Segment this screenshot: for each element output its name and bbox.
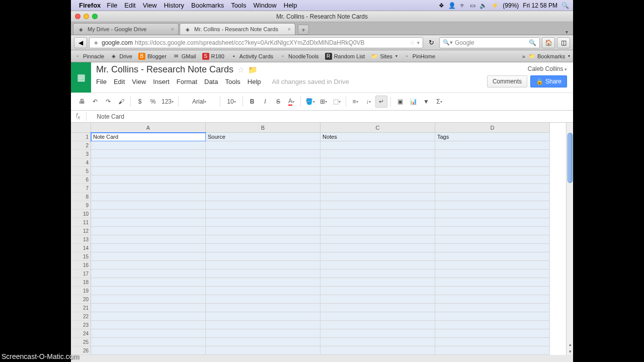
text-color-button[interactable]: A bbox=[285, 96, 297, 108]
cell-D20[interactable] bbox=[435, 295, 550, 304]
cell-A24[interactable] bbox=[91, 329, 206, 338]
volume-icon[interactable]: 🔈 bbox=[479, 2, 487, 9]
row-header[interactable]: 14 bbox=[71, 244, 91, 252]
battery-icon[interactable]: ⚡ bbox=[491, 2, 499, 9]
cell-D12[interactable] bbox=[435, 227, 550, 235]
sheets-menu-file[interactable]: File bbox=[96, 78, 107, 85]
finder-icon[interactable]: 👤 bbox=[448, 2, 456, 9]
row-header[interactable]: 24 bbox=[71, 329, 91, 338]
row-header[interactable]: 2 bbox=[71, 141, 91, 150]
bookmark-sites[interactable]: 📁Sites▾ bbox=[371, 53, 397, 60]
percent-button[interactable]: % bbox=[147, 96, 159, 108]
reload-button[interactable]: ↻ bbox=[425, 37, 437, 48]
cell-B25[interactable] bbox=[206, 338, 320, 346]
sheets-logo-icon[interactable]: ▦ bbox=[71, 62, 91, 93]
insert-comment-button[interactable]: ▣ bbox=[394, 96, 406, 108]
tab-close-icon[interactable]: × bbox=[288, 26, 291, 32]
row-header[interactable]: 22 bbox=[71, 312, 91, 321]
row-header[interactable]: 21 bbox=[71, 304, 91, 312]
cell-B12[interactable] bbox=[206, 227, 320, 235]
bookmark-gmail[interactable]: ✉GMail bbox=[173, 53, 196, 60]
row-header[interactable]: 18 bbox=[71, 278, 91, 287]
cell-C26[interactable] bbox=[320, 346, 435, 355]
cell-A7[interactable] bbox=[91, 184, 206, 193]
row-header[interactable]: 23 bbox=[71, 321, 91, 329]
bookmark-pinhome[interactable]: ▫PinHome bbox=[404, 53, 435, 60]
menu-edit[interactable]: Edit bbox=[124, 2, 135, 9]
number-format-button[interactable]: 123 bbox=[160, 96, 175, 108]
cell-B2[interactable] bbox=[206, 141, 320, 150]
spotlight-icon[interactable]: 🔍 bbox=[561, 2, 569, 9]
cell-A4[interactable] bbox=[91, 158, 206, 167]
overflow-icon[interactable]: » bbox=[522, 53, 525, 59]
cell-A23[interactable] bbox=[91, 321, 206, 329]
cell-D5[interactable] bbox=[435, 167, 550, 175]
cell-C9[interactable] bbox=[320, 201, 435, 210]
cell-C2[interactable] bbox=[320, 141, 435, 150]
menu-help[interactable]: Help bbox=[284, 2, 297, 9]
cell-A1[interactable]: Note Card bbox=[91, 133, 206, 141]
menu-tools[interactable]: Tools bbox=[231, 2, 246, 9]
cell-D8[interactable] bbox=[435, 193, 550, 201]
menu-file[interactable]: File bbox=[107, 2, 117, 9]
browser-tab-drive[interactable]: ◈ My Drive - Google Drive × bbox=[73, 23, 179, 35]
clock[interactable]: Fri 12 58 PM bbox=[523, 2, 557, 9]
url-input[interactable]: ◈ google.com https://docs.google.com/spr… bbox=[89, 37, 423, 48]
sheets-menu-insert[interactable]: Insert bbox=[153, 78, 170, 85]
cell-D6[interactable] bbox=[435, 175, 550, 184]
browser-tab-sheet[interactable]: ◈ Mr. Collins - Research Note Cards × bbox=[180, 23, 295, 35]
cell-B9[interactable] bbox=[206, 201, 320, 210]
cell-C20[interactable] bbox=[320, 295, 435, 304]
row-header[interactable]: 9 bbox=[71, 201, 91, 210]
cell-A11[interactable] bbox=[91, 218, 206, 227]
formula-bar[interactable]: fx Note Card bbox=[71, 111, 573, 123]
fill-color-button[interactable]: 🪣 bbox=[304, 96, 316, 108]
row-header[interactable]: 15 bbox=[71, 252, 91, 261]
tabs-dropdown-icon[interactable]: ▾ bbox=[562, 29, 571, 35]
row-header[interactable]: 8 bbox=[71, 193, 91, 201]
row-header[interactable]: 6 bbox=[71, 175, 91, 184]
scroll-up-icon[interactable]: ▴ bbox=[567, 341, 574, 348]
cell-C22[interactable] bbox=[320, 312, 435, 321]
cell-D21[interactable] bbox=[435, 304, 550, 312]
cell-C12[interactable] bbox=[320, 227, 435, 235]
display-icon[interactable]: ▭ bbox=[470, 2, 475, 9]
cell-D13[interactable] bbox=[435, 235, 550, 244]
new-tab-button[interactable]: + bbox=[298, 25, 309, 35]
cell-B18[interactable] bbox=[206, 278, 320, 287]
cell-C3[interactable] bbox=[320, 150, 435, 158]
cell-C6[interactable] bbox=[320, 175, 435, 184]
cell-C8[interactable] bbox=[320, 193, 435, 201]
cell-A21[interactable] bbox=[91, 304, 206, 312]
cell-C10[interactable] bbox=[320, 210, 435, 218]
cell-D7[interactable] bbox=[435, 184, 550, 193]
cell-C19[interactable] bbox=[320, 287, 435, 295]
cell-B7[interactable] bbox=[206, 184, 320, 193]
redo-button[interactable]: ↷ bbox=[102, 96, 114, 108]
menu-window[interactable]: Window bbox=[254, 2, 277, 9]
filter-button[interactable]: ▼ bbox=[420, 96, 432, 108]
row-header[interactable]: 3 bbox=[71, 150, 91, 158]
cell-C17[interactable] bbox=[320, 269, 435, 278]
cell-B16[interactable] bbox=[206, 261, 320, 269]
cell-B14[interactable] bbox=[206, 244, 320, 252]
cell-D25[interactable] bbox=[435, 338, 550, 346]
print-button[interactable]: 🖶 bbox=[76, 96, 88, 108]
select-all-cell[interactable] bbox=[71, 123, 91, 133]
align-v-button[interactable]: ↓ bbox=[362, 96, 374, 108]
home-button[interactable]: 🏠 bbox=[542, 37, 555, 48]
scrollbar-thumb[interactable] bbox=[568, 133, 573, 183]
cell-D22[interactable] bbox=[435, 312, 550, 321]
italic-button[interactable]: I bbox=[259, 96, 271, 108]
sheets-menu-help[interactable]: Help bbox=[248, 78, 261, 85]
wrap-button[interactable]: ↵ bbox=[375, 96, 387, 108]
row-header[interactable]: 25 bbox=[71, 338, 91, 346]
cell-D19[interactable] bbox=[435, 287, 550, 295]
scroll-down-icon[interactable]: ▾ bbox=[567, 348, 574, 355]
bookmark-noodle[interactable]: ▫NoodleTools bbox=[279, 53, 319, 60]
cell-A8[interactable] bbox=[91, 193, 206, 201]
row-header[interactable]: 7 bbox=[71, 184, 91, 193]
cell-B24[interactable] bbox=[206, 329, 320, 338]
cell-C13[interactable] bbox=[320, 235, 435, 244]
cell-B20[interactable] bbox=[206, 295, 320, 304]
